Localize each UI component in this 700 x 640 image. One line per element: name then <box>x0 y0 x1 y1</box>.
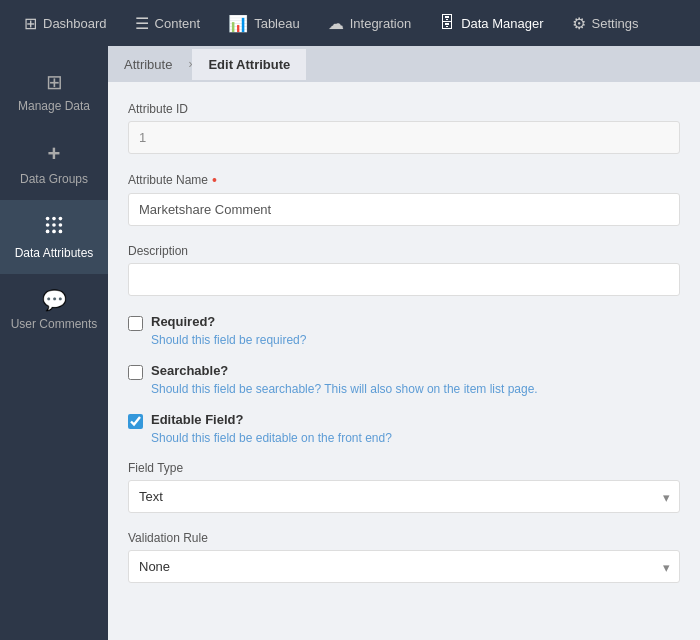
breadcrumb: Attribute › Edit Attribute <box>108 46 700 82</box>
attribute-name-input[interactable] <box>128 193 680 226</box>
nav-data-manager[interactable]: 🗄 Data Manager <box>425 0 557 46</box>
nav-tableau[interactable]: 📊 Tableau <box>214 0 314 46</box>
editable-row: Editable Field? <box>128 412 680 429</box>
validation-rule-group: Validation Rule None Email URL Number <box>128 531 680 583</box>
tableau-icon: 📊 <box>228 14 248 33</box>
field-type-label: Field Type <box>128 461 680 475</box>
sidebar-item-data-groups[interactable]: + Data Groups <box>0 127 108 200</box>
description-label: Description <box>128 244 680 258</box>
nav-integration[interactable]: ☁ Integration <box>314 0 425 46</box>
validation-rule-select[interactable]: None Email URL Number <box>128 550 680 583</box>
field-type-select-wrapper: Text Number Date Boolean <box>128 480 680 513</box>
svg-point-1 <box>52 217 56 221</box>
searchable-label[interactable]: Searchable? <box>151 363 228 378</box>
svg-point-5 <box>59 223 63 227</box>
nav-content[interactable]: ☰ Content <box>121 0 215 46</box>
breadcrumb-edit-attribute[interactable]: Edit Attribute <box>192 49 306 80</box>
sidebar-item-manage-data-label: Manage Data <box>18 99 90 113</box>
data-manager-icon: 🗄 <box>439 14 455 32</box>
description-input[interactable] <box>128 263 680 296</box>
svg-point-2 <box>59 217 63 221</box>
data-attributes-icon <box>43 214 65 241</box>
content-icon: ☰ <box>135 14 149 33</box>
nav-data-manager-label: Data Manager <box>461 16 543 31</box>
breadcrumb-attribute[interactable]: Attribute <box>108 49 188 80</box>
field-type-group: Field Type Text Number Date Boolean <box>128 461 680 513</box>
description-group: Description <box>128 244 680 296</box>
editable-checkbox[interactable] <box>128 414 143 429</box>
nav-settings[interactable]: ⚙ Settings <box>558 0 653 46</box>
sidebar-item-manage-data[interactable]: ⊞ Manage Data <box>0 56 108 127</box>
field-type-select[interactable]: Text Number Date Boolean <box>128 480 680 513</box>
sidebar-item-data-attributes[interactable]: Data Attributes <box>0 200 108 274</box>
nav-settings-label: Settings <box>592 16 639 31</box>
attribute-id-label: Attribute ID <box>128 102 680 116</box>
searchable-hint: Should this field be searchable? This wi… <box>151 382 680 396</box>
svg-point-8 <box>59 230 63 234</box>
content-area: Attribute › Edit Attribute Attribute ID … <box>108 46 700 640</box>
validation-rule-label: Validation Rule <box>128 531 680 545</box>
nav-integration-label: Integration <box>350 16 411 31</box>
sidebar-item-user-comments-label: User Comments <box>11 317 98 331</box>
required-group: Required? Should this field be required? <box>128 314 680 347</box>
searchable-row: Searchable? <box>128 363 680 380</box>
required-hint: Should this field be required? <box>151 333 680 347</box>
manage-data-icon: ⊞ <box>46 70 63 94</box>
searchable-group: Searchable? Should this field be searcha… <box>128 363 680 396</box>
attribute-name-label: Attribute Name • <box>128 172 680 188</box>
editable-group: Editable Field? Should this field be edi… <box>128 412 680 445</box>
sidebar-item-user-comments[interactable]: 💬 User Comments <box>0 274 108 345</box>
nav-tableau-label: Tableau <box>254 16 300 31</box>
sidebar: ⊞ Manage Data + Data Groups Data Attribu… <box>0 46 108 640</box>
main-layout: ⊞ Manage Data + Data Groups Data Attribu… <box>0 46 700 640</box>
settings-icon: ⚙ <box>572 14 586 33</box>
editable-hint: Should this field be editable on the fro… <box>151 431 680 445</box>
data-groups-icon: + <box>48 141 61 167</box>
nav-dashboard-label: Dashboard <box>43 16 107 31</box>
nav-content-label: Content <box>155 16 201 31</box>
top-nav: ⊞ Dashboard ☰ Content 📊 Tableau ☁ Integr… <box>0 0 700 46</box>
nav-dashboard[interactable]: ⊞ Dashboard <box>10 0 121 46</box>
svg-point-6 <box>46 230 50 234</box>
svg-point-0 <box>46 217 50 221</box>
sidebar-item-data-attributes-label: Data Attributes <box>15 246 94 260</box>
integration-icon: ☁ <box>328 14 344 33</box>
validation-rule-select-wrapper: None Email URL Number <box>128 550 680 583</box>
required-checkbox[interactable] <box>128 316 143 331</box>
attribute-name-group: Attribute Name • <box>128 172 680 226</box>
form-area: Attribute ID Attribute Name • Descriptio… <box>108 82 700 621</box>
dashboard-icon: ⊞ <box>24 14 37 33</box>
user-comments-icon: 💬 <box>42 288 67 312</box>
svg-point-3 <box>46 223 50 227</box>
required-label[interactable]: Required? <box>151 314 215 329</box>
required-star: • <box>212 172 217 188</box>
svg-point-7 <box>52 230 56 234</box>
required-row: Required? <box>128 314 680 331</box>
svg-point-4 <box>52 223 56 227</box>
editable-label[interactable]: Editable Field? <box>151 412 243 427</box>
searchable-checkbox[interactable] <box>128 365 143 380</box>
attribute-id-input[interactable] <box>128 121 680 154</box>
attribute-id-group: Attribute ID <box>128 102 680 154</box>
sidebar-item-data-groups-label: Data Groups <box>20 172 88 186</box>
